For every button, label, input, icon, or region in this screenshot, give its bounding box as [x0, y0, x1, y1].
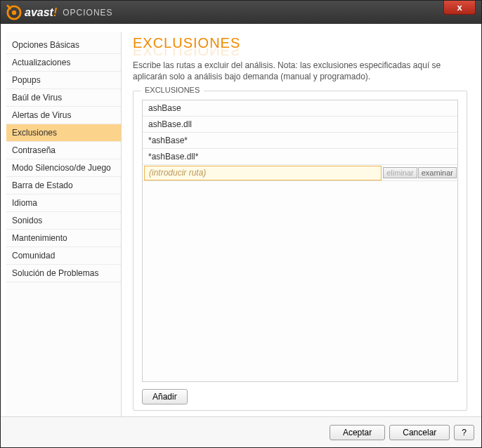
- page-description: Escribe las rutas a excluir del análisis…: [133, 60, 467, 82]
- sidebar-item-9[interactable]: Idioma: [6, 195, 121, 212]
- sidebar-item-8[interactable]: Barra de Estado: [6, 177, 121, 195]
- sidebar-item-4[interactable]: Alertas de Virus: [6, 107, 121, 124]
- sidebar-item-0[interactable]: Opciones Básicas: [6, 37, 121, 54]
- help-button[interactable]: ?: [454, 425, 474, 440]
- sidebar-item-10[interactable]: Sonidos: [6, 212, 121, 230]
- sidebar-item-6[interactable]: Contraseña: [6, 142, 121, 159]
- exclusion-row[interactable]: *ashBase*: [143, 133, 457, 149]
- exclusions-fieldset: EXCLUSIONES ashBaseashBase.dll*ashBase**…: [133, 91, 467, 411]
- ok-button[interactable]: Aceptar: [330, 425, 385, 440]
- main-panel: EXCLUSIONES EXCLUSIONES Escribe las ruta…: [122, 32, 476, 416]
- delete-button[interactable]: eliminar: [383, 167, 417, 178]
- sidebar-item-1[interactable]: Actualizaciones: [6, 54, 121, 72]
- sidebar-item-2[interactable]: Popups: [6, 72, 121, 89]
- exclusion-input-row: eliminarexaminar: [143, 165, 457, 181]
- fieldset-legend: EXCLUSIONES: [141, 86, 204, 94]
- sidebar-item-7[interactable]: Modo Silencioso/de Juego: [6, 159, 121, 177]
- close-icon: x: [457, 2, 462, 13]
- browse-button[interactable]: examinar: [418, 167, 457, 178]
- sidebar-item-13[interactable]: Solución de Problemas: [6, 265, 121, 282]
- page-title-reflection: EXCLUSIONES: [133, 48, 467, 58]
- content-area: Opciones BásicasActualizacionesPopupsBaú…: [1, 24, 481, 416]
- sidebar-item-5[interactable]: Exclusiones: [6, 124, 121, 142]
- exclusion-path: ashBase.dll: [143, 117, 457, 131]
- brand-logo: avast!: [6, 5, 57, 20]
- sidebar-item-11[interactable]: Mantenimiento: [6, 230, 121, 247]
- add-button[interactable]: Añadir: [142, 389, 188, 404]
- sidebar-item-12[interactable]: Comunidad: [6, 247, 121, 265]
- window-title: OPCIONES: [63, 8, 112, 18]
- svg-point-1: [12, 10, 16, 14]
- titlebar: avast! OPCIONES x: [1, 1, 481, 24]
- exclusion-row[interactable]: *ashBase.dll*: [143, 149, 457, 165]
- cancel-button[interactable]: Cancelar: [389, 425, 450, 440]
- close-button[interactable]: x: [443, 1, 476, 15]
- footer: Aceptar Cancelar ?: [1, 416, 481, 447]
- exclusion-row[interactable]: ashBase.dll: [143, 117, 457, 133]
- exclusions-list: ashBaseashBase.dll*ashBase**ashBase.dll*…: [142, 100, 458, 382]
- exclusion-path: ashBase: [143, 101, 457, 115]
- sidebar: Opciones BásicasActualizacionesPopupsBaú…: [6, 32, 122, 416]
- exclusion-row[interactable]: ashBase: [143, 100, 457, 117]
- sidebar-item-3[interactable]: Baúl de Virus: [6, 89, 121, 107]
- exclusion-path: *ashBase*: [143, 133, 457, 147]
- brand-name: avast!: [25, 6, 57, 19]
- exclusion-path: *ashBase.dll*: [143, 150, 457, 164]
- path-input[interactable]: [144, 166, 382, 180]
- options-window: avast! OPCIONES x Opciones BásicasActual…: [0, 0, 482, 448]
- avast-logo-icon: [6, 5, 22, 20]
